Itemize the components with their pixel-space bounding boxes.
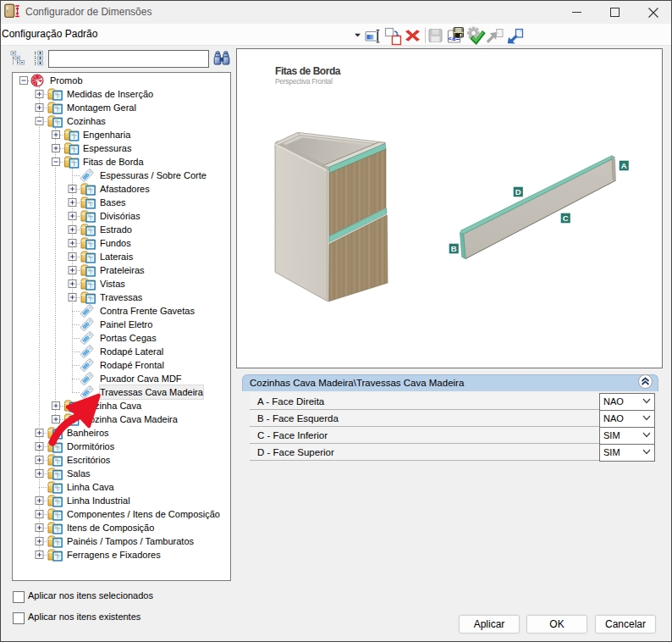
svg-text:D: D	[515, 187, 521, 196]
svg-text:A: A	[621, 161, 627, 170]
svg-text:C: C	[563, 213, 569, 223]
svg-text:B: B	[451, 244, 457, 253]
